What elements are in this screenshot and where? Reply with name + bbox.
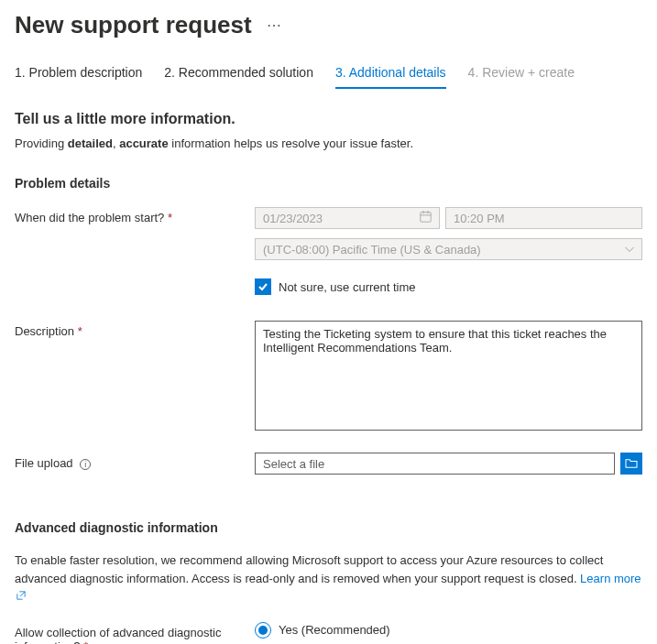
- when-label: When did the problem start? *: [15, 207, 255, 224]
- external-link-icon: [16, 592, 26, 602]
- problem-details-heading: Problem details: [15, 176, 642, 191]
- radio-yes[interactable]: Yes (Recommended): [255, 622, 390, 639]
- learn-more-link[interactable]: Learn more: [580, 572, 641, 585]
- page-title: New support request: [15, 11, 252, 39]
- file-upload-label: File upload i: [15, 453, 255, 470]
- allow-collection-label: Allow collection of advanced diagnostic …: [15, 622, 255, 645]
- wizard-tabs: 1. Problem description 2. Recommended so…: [15, 65, 642, 89]
- date-input[interactable]: 01/23/2023: [255, 207, 440, 229]
- allow-collection-label-text: Allow collection of advanced diagnostic …: [15, 626, 221, 645]
- not-sure-label: Not sure, use current time: [279, 280, 416, 294]
- time-value: 10:20 PM: [454, 212, 505, 225]
- advanced-desc-text: To enable faster resolution, we recommen…: [15, 553, 603, 585]
- tab-problem-description[interactable]: 1. Problem description: [15, 65, 142, 89]
- tab-recommended-solution[interactable]: 2. Recommended solution: [164, 65, 313, 89]
- required-indicator: *: [83, 639, 88, 645]
- required-indicator: *: [78, 324, 82, 338]
- intro-subtext: Providing detailed, accurate information…: [15, 136, 642, 150]
- when-label-text: When did the problem start?: [15, 211, 168, 224]
- info-icon[interactable]: i: [80, 459, 91, 470]
- chevron-down-icon: [625, 245, 634, 255]
- timezone-select[interactable]: (UTC-08:00) Pacific Time (US & Canada): [255, 238, 642, 260]
- radio-yes-circle: [255, 622, 271, 639]
- file-input[interactable]: Select a file: [255, 453, 615, 475]
- timezone-value: (UTC-08:00) Pacific Time (US & Canada): [263, 243, 481, 257]
- tab-review-create: 4. Review + create: [468, 65, 575, 89]
- file-upload-label-text: File upload: [15, 456, 73, 470]
- file-placeholder: Select a file: [263, 457, 324, 471]
- intro-sub-bold2: accurate: [119, 136, 168, 150]
- required-indicator: *: [168, 211, 172, 224]
- file-browse-button[interactable]: [620, 453, 642, 475]
- folder-icon: [625, 458, 638, 469]
- advanced-heading: Advanced diagnostic information: [15, 520, 642, 535]
- intro-sub-prefix: Providing: [15, 136, 68, 150]
- radio-yes-label: Yes (Recommended): [279, 623, 390, 637]
- svg-rect-0: [421, 213, 431, 223]
- not-sure-checkbox[interactable]: [255, 278, 271, 295]
- tab-additional-details[interactable]: 3. Additional details: [335, 65, 446, 89]
- more-actions-button[interactable]: ⋯: [263, 13, 285, 38]
- description-label-text: Description: [15, 324, 78, 338]
- calendar-icon: [420, 211, 432, 225]
- intro-heading: Tell us a little more information.: [15, 111, 642, 127]
- description-textarea[interactable]: [255, 321, 642, 431]
- date-value: 01/23/2023: [263, 212, 323, 225]
- intro-sub-bold1: detailed: [68, 136, 113, 150]
- time-input[interactable]: 10:20 PM: [445, 207, 642, 229]
- description-label: Description *: [15, 321, 255, 338]
- advanced-description: To enable faster resolution, we recommen…: [15, 551, 642, 606]
- intro-sub-suffix: information helps us resolve your issue …: [169, 136, 413, 150]
